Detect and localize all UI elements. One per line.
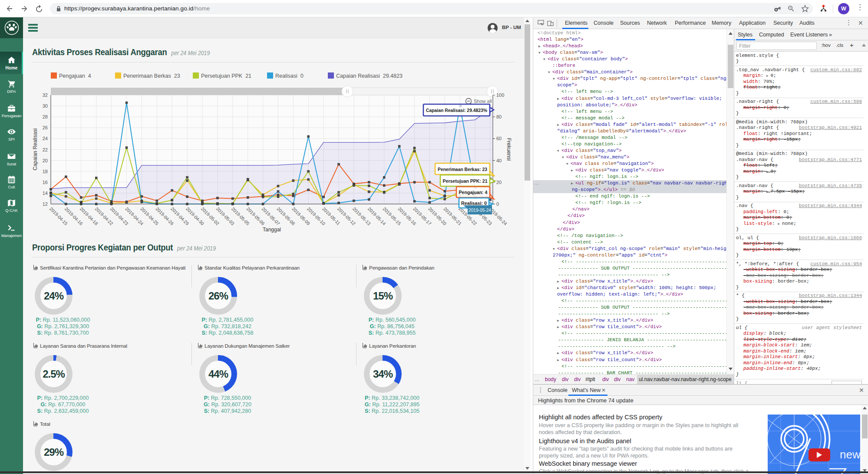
svg-text:80: 80	[496, 114, 502, 119]
svg-text:28: 28	[43, 114, 48, 119]
svg-text:40: 40	[496, 158, 502, 163]
svg-text:Capaian Realisasi: Capaian Realisasi	[32, 128, 38, 171]
svg-text:Penerimaan Berkas: 23: Penerimaan Berkas: 23	[438, 167, 487, 172]
svg-text:Tanggal: Tanggal	[263, 227, 281, 233]
svg-text:2019-05-24: 2019-05-24	[469, 207, 491, 213]
svg-text:Persetujuan PPK: 21: Persetujuan PPK: 21	[443, 178, 488, 184]
svg-text:Realisasi: 0: Realisasi: 0	[461, 201, 487, 206]
svg-text:24: 24	[43, 136, 48, 141]
svg-text:16: 16	[43, 180, 48, 185]
svg-text:Show all: Show all	[474, 99, 492, 104]
svg-text:12: 12	[43, 201, 48, 207]
svg-text:Capaian Realisasi: 29.4823%: Capaian Realisasi: 29.4823%	[426, 108, 487, 113]
svg-text:0: 0	[496, 201, 499, 207]
svg-text:20: 20	[43, 158, 48, 163]
svg-text:14: 14	[43, 191, 48, 196]
svg-text:60: 60	[496, 136, 502, 141]
svg-text:20: 20	[496, 180, 502, 185]
svg-text:100: 100	[496, 92, 504, 98]
svg-text:new: new	[840, 448, 860, 461]
svg-text:18: 18	[43, 169, 48, 174]
svg-text:30: 30	[43, 103, 48, 109]
svg-text:Frekuensi: Frekuensi	[506, 138, 512, 161]
svg-text:26: 26	[43, 125, 48, 130]
svg-text:22: 22	[43, 147, 48, 152]
svg-text:32: 32	[43, 92, 48, 98]
svg-text:Pengajuan: 4: Pengajuan: 4	[459, 190, 488, 195]
